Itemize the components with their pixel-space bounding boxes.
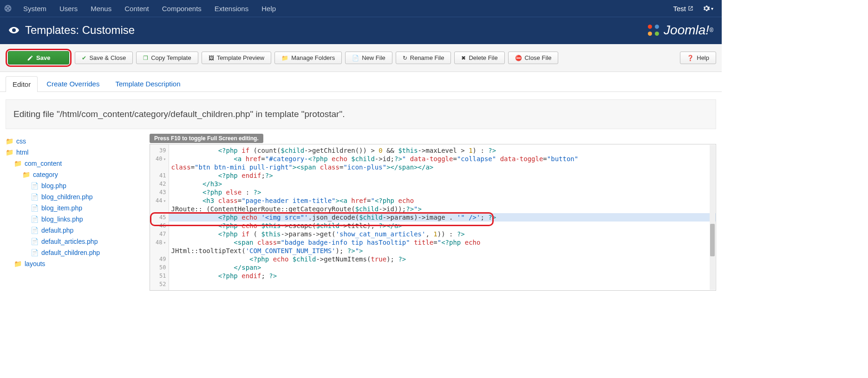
editor-scrollbar[interactable]	[710, 145, 715, 290]
svg-point-0	[648, 25, 652, 29]
menu-components[interactable]: Components	[156, 5, 208, 13]
close-file-button[interactable]: ⛔ Close File	[508, 52, 559, 64]
refresh-icon: ↻	[403, 55, 407, 61]
tab-overrides[interactable]: Create Overrides	[39, 76, 106, 91]
tab-editor[interactable]: Editor	[6, 76, 38, 92]
editor-pane: Press F10 to toggle Full Screen editing.…	[150, 134, 716, 291]
rename-file-label: Rename File	[410, 54, 444, 61]
joomla-icon	[4, 4, 12, 13]
tree-label: css	[16, 137, 26, 145]
admin-topnav: System Users Menus Content Components Ex…	[0, 0, 722, 17]
delete-file-button[interactable]: ✖ Delete File	[454, 52, 504, 64]
save-highlight-annotation: Save	[6, 49, 72, 67]
file-icon: 📄	[31, 193, 39, 201]
image-icon: 🖼	[209, 55, 214, 61]
menu-content[interactable]: Content	[118, 5, 156, 13]
file-icon: 📄	[31, 249, 39, 256]
tree-label: layouts	[25, 260, 45, 267]
tree-label: blog.php	[41, 182, 66, 189]
help-button[interactable]: ❓ Help	[680, 52, 716, 64]
tree-label: default_articles.php	[41, 238, 98, 245]
menu-users[interactable]: Users	[53, 5, 84, 13]
save-button[interactable]: Save	[8, 51, 69, 65]
svg-point-3	[655, 32, 659, 36]
copy-template-label: Copy Template	[151, 54, 191, 61]
file-icon: 📄	[31, 227, 39, 234]
template-preview-label: Template Preview	[217, 54, 265, 61]
save-close-button[interactable]: ✔ Save & Close	[75, 52, 133, 64]
rename-file-button[interactable]: ↻ Rename File	[396, 52, 451, 64]
template-preview-button[interactable]: 🖼 Template Preview	[202, 52, 272, 64]
cancel-icon: ⛔	[515, 55, 522, 61]
copy-template-button[interactable]: ❐ Copy Template	[136, 52, 198, 64]
tab-description[interactable]: Template Description	[108, 76, 187, 91]
svg-point-2	[648, 32, 652, 36]
page-title: Templates: Customise	[25, 24, 135, 37]
copy-icon: ❐	[143, 55, 148, 61]
folder-icon: 📁	[22, 171, 30, 178]
brand-text: Joomla!	[664, 23, 709, 38]
tree-file[interactable]: 📄default_children.php	[31, 249, 100, 256]
tree-file[interactable]: 📄blog_children.php	[31, 193, 93, 201]
joomla-logo: Joomla!®	[645, 22, 713, 39]
tree-label: html	[16, 149, 28, 156]
close-icon: ✖	[461, 55, 466, 61]
file-icon: 📄	[31, 238, 39, 245]
folder-icon: 📁	[6, 149, 13, 156]
workspace: 📁css 📁html 📁com_content 📁category 📄blog.…	[0, 134, 722, 291]
fullscreen-hint: Press F10 to toggle Full Screen editing.	[150, 134, 263, 143]
code-editor[interactable]: 3940 41424344 45464748 49505152 <?php if…	[150, 144, 716, 291]
code-content[interactable]: <?php if (count($child->getChildren()) >…	[169, 144, 716, 290]
line-gutter: 3940 41424344 45464748 49505152	[150, 144, 169, 290]
new-file-button[interactable]: 📄 New File	[345, 52, 392, 64]
save-button-label: Save	[36, 54, 50, 61]
tree-label: blog_item.php	[41, 204, 82, 212]
new-file-label: New File	[362, 54, 385, 61]
tree-folder-category[interactable]: 📁category	[22, 171, 58, 178]
menu-help[interactable]: Help	[255, 5, 282, 13]
check-icon: ✔	[82, 55, 86, 61]
manage-folders-button[interactable]: 📁 Manage Folders	[274, 52, 342, 64]
tree-label: default.php	[41, 227, 73, 234]
frontend-link[interactable]: Test	[668, 5, 698, 13]
tree-file[interactable]: 📄default_articles.php	[31, 238, 98, 245]
folder-icon: 📁	[281, 55, 288, 61]
file-icon: 📄	[31, 182, 39, 189]
file-icon: 📄	[31, 204, 39, 212]
action-toolbar: Save ✔ Save & Close ❐ Copy Template 🖼 Te…	[0, 44, 722, 72]
tree-label: blog_links.php	[41, 215, 83, 223]
tree-label: category	[33, 171, 58, 178]
frontend-link-label: Test	[673, 5, 686, 13]
svg-point-1	[655, 25, 659, 29]
folder-icon: 📁	[14, 160, 22, 167]
tree-label: blog_children.php	[41, 193, 93, 201]
menu-system[interactable]: System	[17, 5, 53, 13]
tree-folder-css[interactable]: 📁css	[6, 137, 26, 145]
tree-folder-html[interactable]: 📁html	[6, 149, 28, 156]
manage-folders-label: Manage Folders	[291, 54, 335, 61]
close-file-label: Close File	[525, 54, 552, 61]
tree-folder-layouts[interactable]: 📁layouts	[14, 260, 45, 267]
tree-folder-com-content[interactable]: 📁com_content	[14, 160, 62, 167]
file-icon: 📄	[31, 215, 39, 223]
eye-icon	[8, 25, 20, 36]
tab-bar: Editor Create Overrides Template Descrip…	[0, 72, 722, 92]
save-close-label: Save & Close	[89, 54, 126, 61]
menu-menus[interactable]: Menus	[84, 5, 118, 13]
file-icon: 📄	[352, 55, 359, 61]
file-tree: 📁css 📁html 📁com_content 📁category 📄blog.…	[6, 134, 140, 291]
question-icon: ❓	[687, 55, 694, 61]
scroll-thumb[interactable]	[710, 224, 715, 256]
gear-icon[interactable]: ▾	[698, 5, 718, 12]
editing-file-banner: Editing file "/html/com_content/category…	[6, 99, 716, 129]
tree-file[interactable]: 📄default.php	[31, 227, 73, 234]
tree-label: com_content	[25, 160, 62, 167]
tree-file[interactable]: 📄blog_item.php	[31, 204, 82, 212]
folder-icon: 📁	[6, 137, 13, 145]
help-label: Help	[697, 54, 709, 61]
tree-file[interactable]: 📄blog.php	[31, 182, 66, 189]
delete-file-label: Delete File	[469, 54, 497, 61]
page-header: Templates: Customise Joomla!®	[0, 17, 722, 44]
menu-extensions[interactable]: Extensions	[208, 5, 255, 13]
tree-file[interactable]: 📄blog_links.php	[31, 215, 83, 223]
